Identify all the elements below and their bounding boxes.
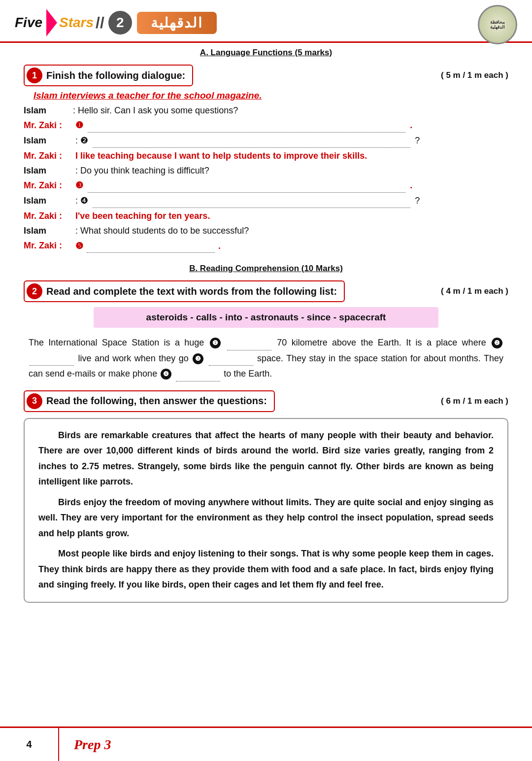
line-content-10: ❺ . [73, 239, 508, 253]
pink-triangle-icon [46, 9, 57, 36]
passage-num-4: ❹ [161, 369, 171, 380]
dots-1 [227, 335, 271, 350]
speaker-mrzaki-1: Mr. Zaki : [24, 119, 73, 133]
dialogue-line-7: Islam : ❹ ? [24, 194, 508, 208]
dots-2 [30, 350, 74, 366]
line-content-2: ❶ . [73, 119, 508, 133]
dotted-line-4 [93, 194, 410, 208]
dotted-line-1 [88, 119, 405, 133]
dialogue-line-10: Mr. Zaki : ❺ . [24, 239, 508, 253]
section-a-label: A. Language Functions (5 marks) [24, 48, 508, 58]
dialogue-line-4: Mr. Zaki : I like teaching because I wan… [24, 149, 508, 163]
dialogue-line-1: Islam : Hello sir. Can I ask you some qu… [24, 104, 508, 117]
q3-title-box: 3 Read the following, then answer the qu… [24, 390, 275, 412]
q3-marks: ( 6 m / 1 m each ) [441, 396, 508, 406]
line-content-4: I like teaching because I want to help s… [73, 149, 508, 163]
slash-divider: // [96, 14, 104, 32]
dotted-line-3 [88, 179, 405, 193]
dialogue-line-3: Islam : ❷ ? [24, 134, 508, 148]
five-text: Five [15, 15, 42, 31]
header-number: 2 [108, 11, 132, 35]
q1-title-box: 1 Finish the following dialogue: [24, 65, 193, 86]
dots-3 [209, 350, 253, 366]
dialogue-block: Islam : Hello sir. Can I ask you some qu… [24, 104, 508, 253]
q3-title: Read the following, then answer the ques… [46, 395, 267, 407]
line-content-3: : ❷ ? [73, 134, 508, 148]
passage-num-1: ❶ [210, 338, 221, 348]
reading-para-3: Most people like birds and enjoy listeni… [38, 546, 494, 593]
q1-marks: ( 5 m / 1 m each ) [441, 70, 508, 80]
section-b-label: B. Reading Comprehension (10 Marks) [24, 264, 508, 274]
speaker-islam-1: Islam [24, 104, 73, 117]
q2-header: 2 Read and complete the text with words … [24, 280, 508, 302]
q3-number-circle: 3 [27, 393, 42, 409]
q2-marks: ( 4 m / 1 m each ) [441, 286, 508, 296]
q2-number-circle: 2 [27, 283, 42, 299]
speaker-mrzaki-5: Mr. Zaki : [24, 239, 73, 253]
reading-passage-box: Birds are remarkable creatures that affe… [24, 418, 508, 603]
dots-4 [176, 366, 220, 381]
header-left: Five Stars // 2 الدقهلية [15, 9, 217, 36]
reading-para-1: Birds are remarkable creatures that affe… [38, 428, 494, 490]
line-content-9: : What should students do to be successf… [73, 224, 508, 238]
page-footer: 4 Prep 3 [0, 726, 532, 761]
q3-header: 3 Read the following, then answer the qu… [24, 390, 508, 412]
line-content-6: ❸ . [73, 179, 508, 193]
speaker-islam-4: Islam [24, 194, 73, 208]
speaker-mrzaki-2: Mr. Zaki : [24, 149, 73, 163]
line-content-8: I've been teaching for ten years. [73, 209, 508, 223]
prep-label: Prep 3 [59, 737, 111, 753]
speaker-mrzaki-4: Mr. Zaki : [24, 209, 73, 223]
q2-passage: The International Space Station is a hug… [24, 335, 508, 381]
page-header: Five Stars // 2 الدقهلية محافظةالدقهلية [0, 0, 532, 43]
dialogue-line-6: Mr. Zaki : ❸ . [24, 179, 508, 193]
stars-text: Stars [59, 15, 94, 31]
speaker-islam-3: Islam [24, 164, 73, 177]
five-stars-logo: Five Stars [15, 9, 94, 36]
q1-title: Finish the following dialogue: [46, 70, 185, 81]
dotted-line-5 [87, 239, 215, 253]
passage-num-2: ❷ [492, 338, 502, 348]
line-content-1: : Hello sir. Can I ask you some question… [73, 104, 508, 117]
speaker-mrzaki-3: Mr. Zaki : [24, 179, 73, 193]
q1-subtitle: Islam interviews a teacher for the schoo… [33, 90, 508, 101]
line-content-5: : Do you think teaching is difficult? [73, 164, 508, 177]
passage-num-3: ❸ [193, 353, 203, 364]
word-list-box: asteroids - calls - into - astronauts - … [94, 307, 438, 328]
dialogue-line-8: Mr. Zaki : I've been teaching for ten ye… [24, 209, 508, 223]
page-number: 4 [0, 728, 59, 761]
q1-number-circle: 1 [27, 68, 42, 83]
dialogue-line-9: Islam : What should students do to be su… [24, 224, 508, 238]
speaker-islam-2: Islam [24, 134, 73, 148]
reading-para-2: Birds enjoy the freedom of moving anywhe… [38, 495, 494, 542]
q2-title-box: 2 Read and complete the text with words … [24, 280, 345, 302]
q2-title: Read and complete the text with words fr… [46, 286, 337, 297]
dialogue-line-2: Mr. Zaki : ❶ . [24, 119, 508, 133]
main-content: A. Language Functions (5 marks) 1 Finish… [0, 48, 532, 603]
dialogue-line-5: Islam : Do you think teaching is difficu… [24, 164, 508, 177]
dotted-line-2 [93, 134, 410, 148]
logo-text: محافظةالدقهلية [490, 20, 505, 30]
speaker-islam-5: Islam [24, 224, 73, 238]
logo-circle: محافظةالدقهلية [478, 5, 517, 44]
arabic-title: الدقهلية [137, 12, 217, 34]
line-content-7: : ❹ ? [73, 194, 508, 208]
q1-header: 1 Finish the following dialogue: ( 5 m /… [24, 65, 508, 86]
